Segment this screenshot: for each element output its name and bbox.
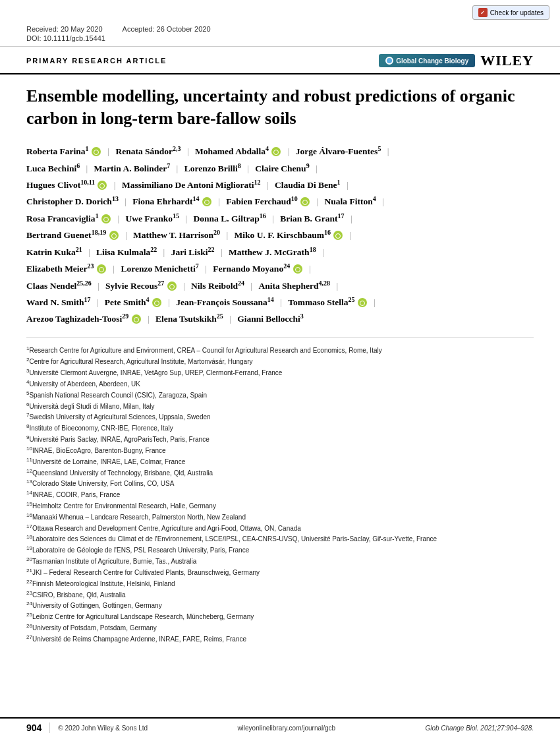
affiliation-item: 6Università degli Studi di Milano, Milan… <box>26 401 534 412</box>
orcid-icon-guenet <box>109 231 119 240</box>
author-brian-grant: Brian B. Grant17 <box>280 214 344 223</box>
author-pete-smith: Pete Smith4 <box>105 297 150 307</box>
orcid-icon-farina <box>92 147 101 156</box>
author-luca-bechini: Luca Bechini6 <box>26 163 80 173</box>
check-updates-button[interactable]: ✓ Check for updates <box>472 5 549 20</box>
footer-right: Glob Change Biol. 2021;27:904–928. <box>425 724 534 732</box>
author-ward-smith: Ward N. Smith17 <box>26 297 90 307</box>
affiliation-item: 1Research Centre for Agriculture and Env… <box>26 345 534 356</box>
affiliation-item: 4University of Aberdeen, Aberdeen, UK <box>26 378 534 390</box>
author-mohamed-abdalla: Mohamed Abdalla4 <box>195 146 269 156</box>
author-rosa-francaviglia: Rosa Francaviglia1 <box>26 214 99 223</box>
orcid-icon-recous <box>167 281 177 291</box>
gcb-circle-icon <box>385 57 393 65</box>
author-uwe-franko: Uwe Franko15 <box>125 214 179 223</box>
author-lorenzo-brilli: Lorenzo Brilli8 <box>184 163 241 173</box>
orcid-icon-meier <box>97 264 106 274</box>
copyright-text: © 2020 John Wiley & Sons Ltd <box>58 724 148 732</box>
author-donna-giltrap: Donna L. Giltrap16 <box>194 214 266 223</box>
author-jari-liski: Jari Liski22 <box>171 247 215 257</box>
main-content: Ensemble modelling, uncertainty and robu… <box>0 74 560 658</box>
check-updates-label: Check for updates <box>490 9 544 16</box>
journal-logo-area: Global Change Biology WILEY <box>379 52 534 69</box>
citation-text: Glob Change Biol. 2021;27:904–928. <box>425 724 534 732</box>
orcid-icon-clivot <box>98 181 107 190</box>
orcid-icon-abdalla <box>271 147 281 156</box>
affiliation-item: 27Université de Reims Champagne Ardenne,… <box>26 634 534 645</box>
affiliation-item: 19Laboratoire de Géologie de l'ENS, PSL … <box>26 545 534 556</box>
affiliation-item: 12Queensland University of Technology, B… <box>26 467 534 479</box>
page: ✓ Check for updates Received: 20 May 202… <box>0 0 560 737</box>
affiliation-item: 13Colorado State University, Fort Collin… <box>26 478 534 489</box>
orcid-icon-taghizadeh <box>132 314 141 324</box>
author-renata-sandor: Renata Sándor2,3 <box>115 146 181 156</box>
author-matthew-harrison: Matthew T. Harrison20 <box>133 230 220 240</box>
orcid-icon-ferchaud <box>300 197 310 206</box>
affiliation-item: 25Leibniz Centre for Agricultural Landsc… <box>26 611 534 622</box>
footer-left: 904 © 2020 John Wiley & Sons Ltd <box>26 722 148 733</box>
affiliation-item: 18Laboratoire des Sciences du Climat et … <box>26 533 534 545</box>
author-jean-francois-soussana: Jean-François Soussana14 <box>176 297 273 307</box>
author-nils-reibold: Nils Reibold24 <box>191 281 244 291</box>
author-jorge-fuentes: Jorge Álvaro-Fuentes5 <box>296 146 381 156</box>
author-claire-chenu: Claire Chenu9 <box>255 163 309 173</box>
author-katrin-kuka: Katrin Kuka21 <box>26 247 82 257</box>
author-lorenzo-menichetti: Lorenzo Menichetti7 <box>121 264 198 274</box>
author-hugues-clivot: Hugues Clivot10,11 <box>26 180 95 190</box>
affiliation-item: 24University of Gottingen, Gottingen, Ge… <box>26 600 534 611</box>
page-footer: 904 © 2020 John Wiley & Sons Ltd wileyon… <box>0 717 560 737</box>
orcid-icon-stella <box>358 298 367 307</box>
affiliation-item: 14INRAE, CODIR, Paris, France <box>26 489 534 500</box>
author-fiona-ehrhardt: Fiona Ehrhardt14 <box>132 196 199 206</box>
author-tommaso-stella: Tommaso Stella25 <box>288 297 354 307</box>
author-elena-tsutskikh: Elena Tsutskikh25 <box>155 314 223 324</box>
doi-row: DOI: 10.1111/gcb.15441 <box>26 34 534 42</box>
affiliations-section: 1Research Centre for Agriculture and Env… <box>26 338 534 644</box>
orcid-icon-kirschbaum <box>333 231 343 240</box>
top-bar: ✓ Check for updates <box>0 0 560 22</box>
author-elizabeth-meier: Elizabeth Meier23 <box>26 264 94 274</box>
gcb-badge: Global Change Biology <box>379 54 475 67</box>
author-roberta-farina: Roberta Farina1 <box>26 146 89 156</box>
author-anita-shepherd: Anita Shepherd4,28 <box>258 281 330 291</box>
affiliation-item: 15Helmholtz Centre for Environmental Res… <box>26 500 534 512</box>
author-miko-kirschbaum: Miko U. F. Kirschbaum16 <box>235 230 331 240</box>
check-updates-icon: ✓ <box>478 8 488 17</box>
author-massimiliano-de-antoni: Massimiliano De Antoni Migliorati12 <box>122 180 261 190</box>
article-type: PRIMARY RESEARCH ARTICLE <box>26 57 167 65</box>
author-gianni-bellocchi: Gianni Bellocchi3 <box>237 314 304 324</box>
author-claudia-di-bene: Claudia Di Bene1 <box>275 180 341 190</box>
affiliation-item: 11Université de Lorraine, INRAE, LAE, Co… <box>26 456 534 467</box>
journal-url: wileyonlinelibrary.com/journal/gcb <box>237 724 335 732</box>
affiliation-item: 7Swedish University of Agricultural Scie… <box>26 411 534 423</box>
publisher-name: WILEY <box>480 52 534 69</box>
author-christopher-dorich: Christopher D. Dorich13 <box>26 196 119 206</box>
orcid-icon-ehrhardt <box>202 197 211 206</box>
author-sylvie-recous: Sylvie Recous27 <box>105 281 164 291</box>
affiliation-item: 8Institute of Bioeconomy, CNR-IBE, Flore… <box>26 423 534 434</box>
author-fernando-moyano: Fernando Moyano24 <box>213 264 290 274</box>
affiliation-item: 2Centre for Agricultural Research, Agric… <box>26 356 534 367</box>
author-martin-bolinder: Martin A. Bolinder7 <box>94 163 171 173</box>
article-title: Ensemble modelling, uncertainty and robu… <box>26 85 534 130</box>
orcid-icon-moyano <box>293 264 302 274</box>
footer-middle: wileyonlinelibrary.com/journal/gcb <box>237 724 335 732</box>
affiliation-item: 22Finnish Meteorological Institute, Hels… <box>26 578 534 589</box>
author-bertrand-guenet: Bertrand Guenet18,19 <box>26 230 106 240</box>
affiliation-item: 20Tasmanian Institute of Agriculture, Bu… <box>26 556 534 567</box>
affiliation-item: 17Ottawa Research and Development Centre… <box>26 523 534 534</box>
page-number: 904 <box>26 722 50 733</box>
author-claas-nendel: Claas Nendel25,26 <box>26 281 92 291</box>
author-fabien-ferchaud: Fabien Ferchaud10 <box>226 196 297 206</box>
author-liisa-kulmala: Liisa Kulmala22 <box>96 247 157 257</box>
journal-header: PRIMARY RESEARCH ARTICLE Global Change B… <box>0 47 560 74</box>
authors-section: Roberta Farina1 | Renata Sándor2,3 | Moh… <box>26 143 534 328</box>
affiliation-item: 9Université Paris Saclay, INRAE, AgroPar… <box>26 434 534 445</box>
affiliation-item: 16Manaaki Whenua – Landcare Research, Pa… <box>26 512 534 523</box>
affiliation-item: 10INRAE, BioEcoAgro, Barenton-Bugny, Fra… <box>26 445 534 456</box>
meta-dates-row: Received: 20 May 2020 Accepted: 26 Octob… <box>26 25 534 33</box>
journal-name: Global Change Biology <box>396 57 468 65</box>
author-matthew-mcgrath: Matthew J. McGrath18 <box>229 247 316 257</box>
orcid-icon-pete-smith <box>152 298 161 307</box>
received-label: Received: 20 May 2020 <box>26 25 103 33</box>
